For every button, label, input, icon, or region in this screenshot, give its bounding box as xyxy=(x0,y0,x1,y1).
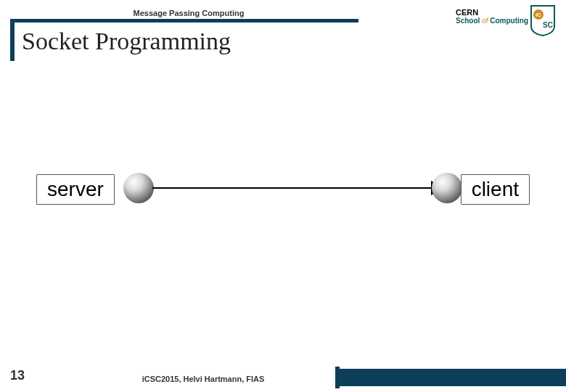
svg-text:iC: iC xyxy=(536,12,541,18)
svg-text:SC: SC xyxy=(543,21,553,29)
slide: Message Passing Computing CERN School of… xyxy=(0,0,566,392)
title-frame-left xyxy=(10,19,15,61)
server-box: server xyxy=(36,174,115,205)
footer-bar xyxy=(335,369,566,386)
csc-shield-icon: SC iC xyxy=(528,4,557,36)
logo-computing: Computing xyxy=(490,17,528,25)
logo-of: of xyxy=(482,17,488,25)
logo: CERN School of Computing SC iC xyxy=(456,4,557,38)
logo-school: School xyxy=(456,17,480,25)
page-title: Socket Programming xyxy=(22,28,231,55)
client-box: client xyxy=(461,174,530,205)
logo-line2: School of Computing xyxy=(456,17,528,25)
title-frame-top xyxy=(10,19,358,23)
client-node-icon xyxy=(432,173,462,203)
server-node-icon xyxy=(123,173,154,203)
diagram: server client xyxy=(36,168,530,212)
logo-line1: CERN xyxy=(456,9,528,17)
logo-text: CERN School of Computing xyxy=(456,9,528,25)
breadcrumb: Message Passing Computing xyxy=(0,9,377,17)
connection-arrow-line xyxy=(152,187,434,189)
